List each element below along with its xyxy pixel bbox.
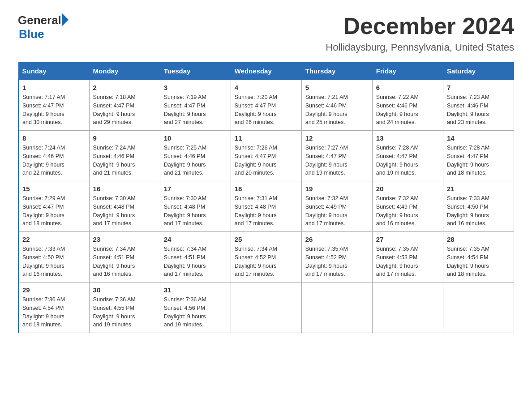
day-info: Sunrise: 7:22 AM Sunset: 4:46 PM Dayligh… bbox=[376, 93, 439, 127]
day-info: Sunrise: 7:23 AM Sunset: 4:46 PM Dayligh… bbox=[447, 93, 510, 127]
day-info: Sunrise: 7:18 AM Sunset: 4:47 PM Dayligh… bbox=[93, 93, 156, 127]
day-info: Sunrise: 7:32 AM Sunset: 4:49 PM Dayligh… bbox=[376, 194, 439, 228]
calendar-cell: 14 Sunrise: 7:28 AM Sunset: 4:47 PM Dayl… bbox=[443, 131, 514, 181]
day-info: Sunrise: 7:36 AM Sunset: 4:56 PM Dayligh… bbox=[164, 295, 227, 329]
day-number: 10 bbox=[164, 134, 227, 142]
calendar-cell: 26 Sunrise: 7:35 AM Sunset: 4:52 PM Dayl… bbox=[301, 232, 372, 283]
calendar-cell: 7 Sunrise: 7:23 AM Sunset: 4:46 PM Dayli… bbox=[443, 80, 514, 131]
day-number: 19 bbox=[305, 185, 369, 193]
day-number: 16 bbox=[93, 185, 156, 193]
day-info: Sunrise: 7:25 AM Sunset: 4:46 PM Dayligh… bbox=[164, 144, 227, 177]
day-number: 9 bbox=[93, 134, 156, 142]
col-header-sunday: Sunday bbox=[18, 63, 89, 80]
day-info: Sunrise: 7:17 AM Sunset: 4:47 PM Dayligh… bbox=[22, 93, 86, 127]
day-info: Sunrise: 7:34 AM Sunset: 4:52 PM Dayligh… bbox=[235, 245, 298, 278]
col-header-monday: Monday bbox=[89, 63, 160, 80]
calendar-cell: 23 Sunrise: 7:34 AM Sunset: 4:51 PM Dayl… bbox=[89, 232, 160, 283]
calendar-cell: 25 Sunrise: 7:34 AM Sunset: 4:52 PM Dayl… bbox=[231, 232, 301, 283]
day-info: Sunrise: 7:24 AM Sunset: 4:46 PM Dayligh… bbox=[22, 144, 86, 177]
day-number: 13 bbox=[376, 134, 439, 142]
calendar-cell: 16 Sunrise: 7:30 AM Sunset: 4:48 PM Dayl… bbox=[89, 181, 160, 232]
day-number: 24 bbox=[164, 235, 227, 243]
day-number: 29 bbox=[22, 286, 86, 294]
day-info: Sunrise: 7:36 AM Sunset: 4:54 PM Dayligh… bbox=[22, 295, 86, 329]
day-info: Sunrise: 7:33 AM Sunset: 4:50 PM Dayligh… bbox=[22, 245, 86, 278]
calendar-cell: 18 Sunrise: 7:31 AM Sunset: 4:48 PM Dayl… bbox=[231, 181, 301, 232]
day-number: 1 bbox=[22, 84, 86, 91]
calendar-cell: 15 Sunrise: 7:29 AM Sunset: 4:47 PM Dayl… bbox=[18, 181, 89, 232]
logo-triangle-icon bbox=[62, 13, 69, 26]
calendar-cell bbox=[372, 283, 443, 333]
logo-general-text: General bbox=[18, 13, 61, 27]
calendar-cell: 3 Sunrise: 7:19 AM Sunset: 4:47 PM Dayli… bbox=[160, 80, 231, 131]
day-number: 30 bbox=[93, 286, 156, 294]
calendar-cell: 12 Sunrise: 7:27 AM Sunset: 4:47 PM Dayl… bbox=[301, 131, 372, 181]
calendar-cell: 30 Sunrise: 7:36 AM Sunset: 4:55 PM Dayl… bbox=[89, 283, 160, 333]
day-info: Sunrise: 7:21 AM Sunset: 4:46 PM Dayligh… bbox=[305, 93, 369, 127]
day-number: 6 bbox=[376, 84, 439, 91]
calendar-cell: 4 Sunrise: 7:20 AM Sunset: 4:47 PM Dayli… bbox=[231, 80, 301, 131]
day-number: 2 bbox=[93, 84, 156, 91]
calendar-cell: 19 Sunrise: 7:32 AM Sunset: 4:49 PM Dayl… bbox=[301, 181, 372, 232]
calendar-cell: 13 Sunrise: 7:28 AM Sunset: 4:47 PM Dayl… bbox=[372, 131, 443, 181]
day-number: 12 bbox=[305, 134, 369, 142]
day-number: 20 bbox=[376, 185, 439, 193]
day-info: Sunrise: 7:35 AM Sunset: 4:53 PM Dayligh… bbox=[376, 245, 439, 278]
day-number: 8 bbox=[22, 134, 86, 142]
day-info: Sunrise: 7:35 AM Sunset: 4:54 PM Dayligh… bbox=[447, 245, 510, 278]
location-title: Hollidaysburg, Pennsylvania, United Stat… bbox=[326, 42, 514, 53]
day-info: Sunrise: 7:29 AM Sunset: 4:47 PM Dayligh… bbox=[22, 194, 86, 228]
day-number: 27 bbox=[376, 235, 439, 243]
day-info: Sunrise: 7:34 AM Sunset: 4:51 PM Dayligh… bbox=[164, 245, 227, 278]
col-header-wednesday: Wednesday bbox=[231, 63, 301, 80]
day-number: 22 bbox=[22, 235, 86, 243]
day-info: Sunrise: 7:27 AM Sunset: 4:47 PM Dayligh… bbox=[305, 144, 369, 177]
calendar-cell: 24 Sunrise: 7:34 AM Sunset: 4:51 PM Dayl… bbox=[160, 232, 231, 283]
day-info: Sunrise: 7:30 AM Sunset: 4:48 PM Dayligh… bbox=[164, 194, 227, 228]
page-header: General Blue December 2024 Hollidaysburg… bbox=[18, 13, 514, 53]
calendar-cell: 21 Sunrise: 7:33 AM Sunset: 4:50 PM Dayl… bbox=[443, 181, 514, 232]
day-number: 23 bbox=[93, 235, 156, 243]
month-title: December 2024 bbox=[326, 13, 514, 39]
calendar-header-row: SundayMondayTuesdayWednesdayThursdayFrid… bbox=[18, 63, 514, 80]
day-number: 28 bbox=[447, 235, 510, 243]
day-info: Sunrise: 7:28 AM Sunset: 4:47 PM Dayligh… bbox=[447, 144, 510, 177]
day-number: 25 bbox=[235, 235, 298, 243]
day-info: Sunrise: 7:34 AM Sunset: 4:51 PM Dayligh… bbox=[93, 245, 156, 278]
day-info: Sunrise: 7:20 AM Sunset: 4:47 PM Dayligh… bbox=[235, 93, 298, 127]
day-number: 7 bbox=[447, 84, 510, 91]
col-header-thursday: Thursday bbox=[301, 63, 372, 80]
calendar-cell: 9 Sunrise: 7:24 AM Sunset: 4:46 PM Dayli… bbox=[89, 131, 160, 181]
calendar-cell: 2 Sunrise: 7:18 AM Sunset: 4:47 PM Dayli… bbox=[89, 80, 160, 131]
calendar-cell: 8 Sunrise: 7:24 AM Sunset: 4:46 PM Dayli… bbox=[18, 131, 89, 181]
calendar-cell: 31 Sunrise: 7:36 AM Sunset: 4:56 PM Dayl… bbox=[160, 283, 231, 333]
day-info: Sunrise: 7:32 AM Sunset: 4:49 PM Dayligh… bbox=[305, 194, 369, 228]
calendar-week-row: 29 Sunrise: 7:36 AM Sunset: 4:54 PM Dayl… bbox=[18, 283, 514, 333]
day-info: Sunrise: 7:31 AM Sunset: 4:48 PM Dayligh… bbox=[235, 194, 298, 228]
calendar-cell: 29 Sunrise: 7:36 AM Sunset: 4:54 PM Dayl… bbox=[18, 283, 89, 333]
calendar-week-row: 15 Sunrise: 7:29 AM Sunset: 4:47 PM Dayl… bbox=[18, 181, 514, 232]
day-number: 26 bbox=[305, 235, 369, 243]
day-info: Sunrise: 7:33 AM Sunset: 4:50 PM Dayligh… bbox=[447, 194, 510, 228]
calendar-cell: 1 Sunrise: 7:17 AM Sunset: 4:47 PM Dayli… bbox=[18, 80, 89, 131]
day-info: Sunrise: 7:35 AM Sunset: 4:52 PM Dayligh… bbox=[305, 245, 369, 278]
col-header-tuesday: Tuesday bbox=[160, 63, 231, 80]
calendar-cell bbox=[301, 283, 372, 333]
calendar-cell: 22 Sunrise: 7:33 AM Sunset: 4:50 PM Dayl… bbox=[18, 232, 89, 283]
calendar-week-row: 8 Sunrise: 7:24 AM Sunset: 4:46 PM Dayli… bbox=[18, 131, 514, 181]
col-header-friday: Friday bbox=[372, 63, 443, 80]
day-number: 21 bbox=[447, 185, 510, 193]
day-number: 15 bbox=[22, 185, 86, 193]
day-info: Sunrise: 7:24 AM Sunset: 4:46 PM Dayligh… bbox=[93, 144, 156, 177]
title-area: December 2024 Hollidaysburg, Pennsylvani… bbox=[326, 13, 514, 53]
day-info: Sunrise: 7:30 AM Sunset: 4:48 PM Dayligh… bbox=[93, 194, 156, 228]
calendar-cell: 17 Sunrise: 7:30 AM Sunset: 4:48 PM Dayl… bbox=[160, 181, 231, 232]
day-number: 5 bbox=[305, 84, 369, 91]
calendar-cell: 10 Sunrise: 7:25 AM Sunset: 4:46 PM Dayl… bbox=[160, 131, 231, 181]
calendar-table: SundayMondayTuesdayWednesdayThursdayFrid… bbox=[18, 62, 514, 333]
day-number: 11 bbox=[235, 134, 298, 142]
calendar-week-row: 1 Sunrise: 7:17 AM Sunset: 4:47 PM Dayli… bbox=[18, 80, 514, 131]
day-number: 17 bbox=[164, 185, 227, 193]
day-info: Sunrise: 7:26 AM Sunset: 4:47 PM Dayligh… bbox=[235, 144, 298, 177]
day-info: Sunrise: 7:19 AM Sunset: 4:47 PM Dayligh… bbox=[164, 93, 227, 127]
